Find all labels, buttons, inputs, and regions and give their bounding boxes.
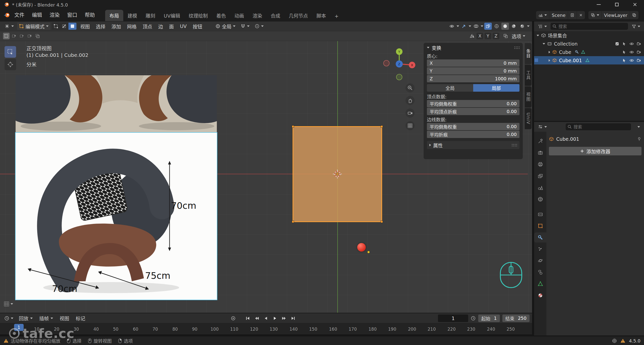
- tab-material-properties[interactable]: [534, 290, 546, 300]
- viewlayer-copy-button[interactable]: [630, 11, 638, 19]
- edge-select-button[interactable]: [60, 23, 68, 30]
- n-panel-tab-tool[interactable]: 工具: [525, 65, 532, 86]
- gizmo-y-negative[interactable]: [396, 74, 402, 80]
- outliner-row-scene-collection[interactable]: 场景集合: [534, 31, 644, 40]
- median-z-field[interactable]: Z 1000 mm: [427, 75, 519, 82]
- previous-keyframe-button[interactable]: [253, 315, 261, 322]
- timeline-menu-keying[interactable]: 插帧: [36, 315, 56, 322]
- gizmo-x-negative[interactable]: [384, 60, 389, 66]
- start-frame-field[interactable]: 起始 1: [478, 315, 500, 322]
- workspace-tab-add[interactable]: +: [330, 11, 343, 21]
- mean-bevel-weight-field[interactable]: 平均倒角权重 0.00: [427, 100, 519, 107]
- tab-object-properties[interactable]: [534, 221, 546, 231]
- viewport-menu-button[interactable]: 按钮: [190, 23, 205, 30]
- viewlayer-browse-button[interactable]: [588, 11, 602, 19]
- viewport-canvas[interactable]: 70cm 75cm 70cm: [0, 41, 532, 313]
- workspace-tab-uv[interactable]: UV编辑: [159, 10, 184, 21]
- blender-app-icon[interactable]: [4, 2, 10, 8]
- maximize-button[interactable]: [608, 0, 626, 9]
- jump-to-start-button[interactable]: [244, 315, 252, 322]
- chevron-down-icon[interactable]: [543, 43, 545, 45]
- timeline-menu-view[interactable]: 视图: [57, 315, 72, 322]
- tab-modifier-properties[interactable]: [534, 232, 546, 243]
- tab-constraint-properties[interactable]: [534, 267, 546, 277]
- add-modifier-button[interactable]: 添加修改器: [549, 147, 641, 155]
- outliner-editor-type-button[interactable]: [536, 23, 549, 30]
- extend-selection-button[interactable]: [11, 33, 17, 39]
- transform-panel-header[interactable]: 变换: [427, 43, 519, 52]
- scene-name-field[interactable]: Scene: [549, 11, 568, 19]
- exclude-checkbox[interactable]: [613, 42, 621, 46]
- perspective-toggle-button[interactable]: [406, 121, 415, 130]
- workspace-tab-geometrynodes[interactable]: 几何节点: [285, 10, 312, 21]
- xray-toggle-button[interactable]: [484, 23, 492, 30]
- viewport-menu-view[interactable]: 视图: [78, 23, 92, 30]
- attributes-panel-header[interactable]: 属性: [427, 141, 519, 149]
- jump-to-end-button[interactable]: [289, 315, 297, 322]
- workspace-tab-scripting[interactable]: 脚本: [312, 10, 330, 21]
- viewport-menu-uv[interactable]: UV: [178, 23, 189, 29]
- selectable-toggle[interactable]: [621, 58, 628, 62]
- editor-type-button[interactable]: [3, 22, 16, 30]
- outliner-search-input[interactable]: [551, 23, 628, 30]
- workspace-tab-texturepaint[interactable]: 纹理绘制: [184, 10, 212, 21]
- workspace-tab-animation[interactable]: 动画: [230, 10, 248, 21]
- median-x-field[interactable]: X 0 mm: [427, 59, 519, 67]
- chevron-down-icon[interactable]: [481, 25, 483, 27]
- menu-edit[interactable]: 编辑: [28, 9, 46, 21]
- transform-orientation-selector[interactable]: 全局: [214, 22, 237, 30]
- cube-vertex[interactable]: [292, 221, 294, 223]
- menu-file[interactable]: 文件: [11, 9, 28, 21]
- tab-scene-properties[interactable]: [534, 183, 546, 193]
- cube-vertex[interactable]: [381, 221, 383, 223]
- disable-render-toggle[interactable]: [635, 50, 642, 54]
- outliner-row-collection[interactable]: Collection: [534, 40, 644, 48]
- local-space-button[interactable]: 局部: [473, 84, 519, 92]
- workspace-tab-modeling[interactable]: 建模: [123, 10, 141, 21]
- shading-rendered-button[interactable]: [518, 23, 526, 30]
- selectable-toggle[interactable]: [621, 42, 628, 46]
- workspace-tab-shading[interactable]: 着色: [212, 10, 230, 21]
- chevron-right-icon[interactable]: [549, 59, 550, 62]
- tab-render-properties[interactable]: [534, 148, 546, 158]
- hide-viewport-toggle[interactable]: [628, 59, 635, 62]
- median-y-field[interactable]: Y 0 mm: [427, 67, 519, 75]
- selectable-toggle[interactable]: [621, 50, 628, 54]
- hide-viewport-toggle[interactable]: [628, 50, 635, 54]
- select-box-tool-button[interactable]: [5, 46, 16, 58]
- viewport-menu-edge[interactable]: 边: [156, 23, 165, 30]
- tab-collection-properties[interactable]: [534, 209, 546, 219]
- subtract-selection-button[interactable]: [19, 33, 25, 39]
- outliner-filter-button[interactable]: [630, 23, 642, 30]
- n-panel-tab-item[interactable]: 条目: [525, 43, 532, 64]
- timeline-ruler[interactable]: 1 10 20 30 40 50 60 70 80 90 100 110 120…: [0, 323, 532, 334]
- invert-selection-button[interactable]: [26, 33, 33, 39]
- cube-vertex[interactable]: [381, 125, 383, 128]
- tab-object-data-properties[interactable]: [534, 279, 546, 289]
- outliner-row-cube001[interactable]: Cube.001: [534, 56, 644, 64]
- face-select-button[interactable]: [68, 23, 76, 30]
- snapping-button[interactable]: [239, 22, 251, 30]
- mode-selector[interactable]: 编辑模式: [17, 22, 50, 30]
- chevron-down-icon[interactable]: [537, 35, 539, 36]
- navigation-gizmo[interactable]: Y X Z: [382, 46, 417, 82]
- chevron-right-icon[interactable]: [549, 51, 550, 53]
- viewport-menu-select[interactable]: 选择: [94, 23, 108, 30]
- outliner-row-cube[interactable]: Cube: [534, 48, 644, 56]
- intersect-selection-button[interactable]: [34, 33, 41, 39]
- tab-world-properties[interactable]: [534, 194, 546, 204]
- viewport-menu-add[interactable]: 添加: [109, 23, 123, 30]
- disable-render-toggle[interactable]: [635, 59, 642, 62]
- pan-button[interactable]: [406, 96, 415, 105]
- cursor-tool-button[interactable]: [5, 59, 16, 70]
- play-reverse-button[interactable]: [262, 315, 270, 322]
- menu-window[interactable]: 窗口: [63, 9, 81, 21]
- tab-tool-properties[interactable]: [534, 136, 546, 146]
- menu-render[interactable]: 渲染: [46, 9, 63, 21]
- properties-search-input[interactable]: [566, 123, 631, 130]
- viewlayer-name-field[interactable]: ViewLayer: [602, 11, 630, 19]
- minimize-button[interactable]: [590, 0, 608, 9]
- tab-physics-properties[interactable]: [534, 256, 546, 266]
- zoom-button[interactable]: [406, 83, 415, 92]
- current-frame-field[interactable]: 1: [438, 315, 468, 322]
